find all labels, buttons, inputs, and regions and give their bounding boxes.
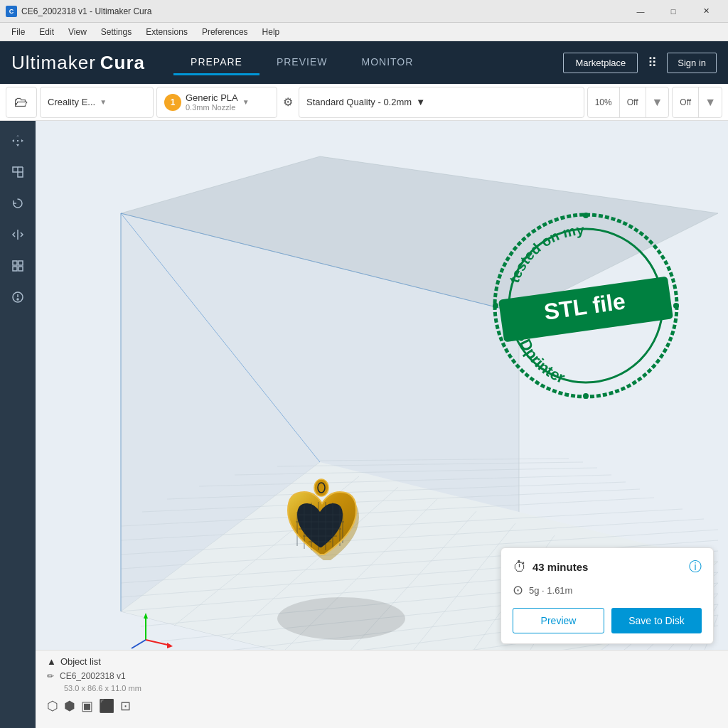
print-material-row: ⊙ 5g · 1.61m	[513, 582, 702, 598]
info-icon[interactable]: ⓘ	[689, 558, 702, 575]
menu-extensions[interactable]: Extensions	[140, 26, 193, 38]
window-title: CE6_2002318 v1 - Ultimaker Cura	[21, 6, 151, 16]
material-dropdown[interactable]: 1 Generic PLA 0.3mm Nozzle ▼	[156, 87, 277, 118]
object-list-label: Object list	[60, 656, 101, 667]
adhesion-toggle[interactable]: Off ▼	[672, 87, 722, 118]
app-header: Ultimaker Cura PREPARE PREVIEW MONITOR M…	[0, 41, 728, 84]
menu-preferences[interactable]: Preferences	[196, 26, 254, 38]
support-value: Off	[620, 87, 646, 117]
quality-dropdown[interactable]: Standard Quality - 0.2mm ▼	[299, 87, 584, 118]
tab-prepare[interactable]: PREPARE	[173, 50, 259, 75]
mirror-tool[interactable]	[5, 222, 31, 247]
app-container: Ultimaker Cura PREPARE PREVIEW MONITOR M…	[0, 41, 728, 728]
left-sidebar	[0, 121, 36, 728]
menu-settings[interactable]: Settings	[95, 26, 137, 38]
menu-edit[interactable]: Edit	[33, 26, 60, 38]
quality-label: Standard Quality - 0.2mm	[306, 97, 412, 107]
view-front-icon[interactable]: ⬢	[64, 698, 75, 714]
svg-rect-7	[13, 267, 17, 271]
svg-rect-1	[18, 172, 23, 177]
object-dimensions: 53.0 x 86.6 x 11.0 mm	[47, 684, 717, 692]
print-time-left: ⏱ 43 minutes	[513, 559, 588, 575]
logo-cura: Cura	[100, 52, 145, 74]
save-to-disk-button[interactable]: Save to Disk	[611, 608, 702, 633]
material-nozzle-icon: 1	[164, 94, 181, 111]
view-3d-icon[interactable]: ⬡	[47, 698, 58, 714]
svg-point-63	[314, 479, 328, 496]
support-toggle-arrow[interactable]: ▼	[646, 87, 669, 117]
menu-view[interactable]: View	[63, 26, 92, 38]
bottom-panel: ▲ Object list ✏ CE6_2002318 v1 53.0 x 86…	[36, 650, 728, 728]
move-tool[interactable]	[5, 128, 31, 154]
scale-tool[interactable]	[5, 159, 31, 185]
material-weight-icon: ⊙	[513, 582, 523, 598]
preview-button[interactable]: Preview	[513, 608, 604, 633]
edit-icon: ✏	[47, 671, 54, 681]
close-button[interactable]: ✕	[690, 0, 722, 23]
main-content: tested on my STL file 3Dprinter	[0, 121, 728, 728]
view-custom-icon[interactable]: ⊡	[120, 698, 131, 714]
tab-monitor[interactable]: MONITOR	[345, 50, 431, 75]
tab-preview[interactable]: PREVIEW	[259, 50, 345, 75]
material-info: Generic PLA 0.3mm Nozzle	[186, 92, 238, 112]
material-dropdown-arrow: ▼	[242, 98, 250, 106]
svg-point-49	[277, 597, 405, 640]
folder-icon: 🗁	[14, 94, 28, 110]
rotate-tool[interactable]	[5, 191, 31, 216]
object-list-header[interactable]: ▲ Object list	[47, 656, 717, 667]
view-top-icon[interactable]: ⬛	[99, 698, 114, 714]
title-bar: C CE6_2002318 v1 - Ultimaker Cura — □ ✕	[0, 0, 728, 23]
maximize-button[interactable]: □	[657, 0, 690, 23]
svg-point-11	[17, 299, 18, 300]
bottom-icons-row: ⬡ ⬢ ▣ ⬛ ⊡	[47, 698, 717, 714]
printer-label: Creality E...	[48, 97, 95, 107]
support-toggle[interactable]: 10% Off ▼	[587, 87, 670, 118]
object-name: CE6_2002318 v1	[60, 671, 126, 681]
svg-rect-6	[18, 261, 23, 265]
svg-rect-5	[13, 261, 17, 265]
logo-ultimaker: Ultimaker	[11, 52, 96, 74]
object-item: ✏ CE6_2002318 v1	[47, 671, 717, 681]
adhesion-toggle-arrow[interactable]: ▼	[699, 87, 722, 117]
minimize-button[interactable]: —	[624, 0, 657, 23]
print-actions: Preview Save to Disk	[513, 608, 702, 633]
open-folder-button[interactable]: 🗁	[6, 87, 37, 118]
settings-icon[interactable]: ⚙	[283, 95, 293, 109]
marketplace-button[interactable]: Marketplace	[563, 53, 638, 73]
grid-icon[interactable]: ⠿	[645, 52, 660, 73]
per-model-settings-tool[interactable]	[5, 253, 31, 279]
time-icon: ⏱	[513, 559, 527, 575]
svg-rect-8	[18, 267, 23, 271]
app-logo: Ultimaker Cura	[11, 52, 145, 74]
quality-dropdown-arrow: ▼	[416, 97, 425, 107]
support-percent-label: 10%	[588, 87, 620, 117]
printer-dropdown-arrow: ▼	[100, 98, 107, 106]
material-sub: 0.3mm Nozzle	[186, 103, 238, 112]
svg-rect-0	[13, 167, 18, 172]
print-info-card: ⏱ 43 minutes ⓘ ⊙ 5g · 1.61m Preview Save…	[500, 547, 714, 644]
adhesion-value: Off	[673, 87, 699, 117]
menu-bar: File Edit View Settings Extensions Prefe…	[0, 23, 728, 41]
nav-tabs: PREPARE PREVIEW MONITOR	[173, 50, 563, 75]
support-tool[interactable]	[5, 284, 31, 310]
view-side-icon[interactable]: ▣	[81, 698, 93, 714]
print-material-label: 5g · 1.61m	[529, 585, 572, 596]
menu-help[interactable]: Help	[257, 26, 286, 38]
viewport[interactable]: tested on my STL file 3Dprinter	[36, 121, 728, 728]
signin-button[interactable]: Sign in	[667, 53, 717, 73]
printer-dropdown[interactable]: Creality E... ▼	[40, 87, 154, 118]
window-controls: — □ ✕	[624, 0, 722, 23]
material-name: Generic PLA	[186, 92, 238, 103]
menu-file[interactable]: File	[6, 26, 31, 38]
header-right: Marketplace ⠿ Sign in	[563, 52, 717, 73]
print-time-label: 43 minutes	[532, 561, 588, 573]
app-icon: C	[6, 6, 17, 17]
toolbar: 🗁 Creality E... ▼ 1 Generic PLA 0.3mm No…	[0, 84, 728, 121]
object-list-collapse-icon: ▲	[47, 656, 56, 667]
print-time-row: ⏱ 43 minutes ⓘ	[513, 558, 702, 575]
